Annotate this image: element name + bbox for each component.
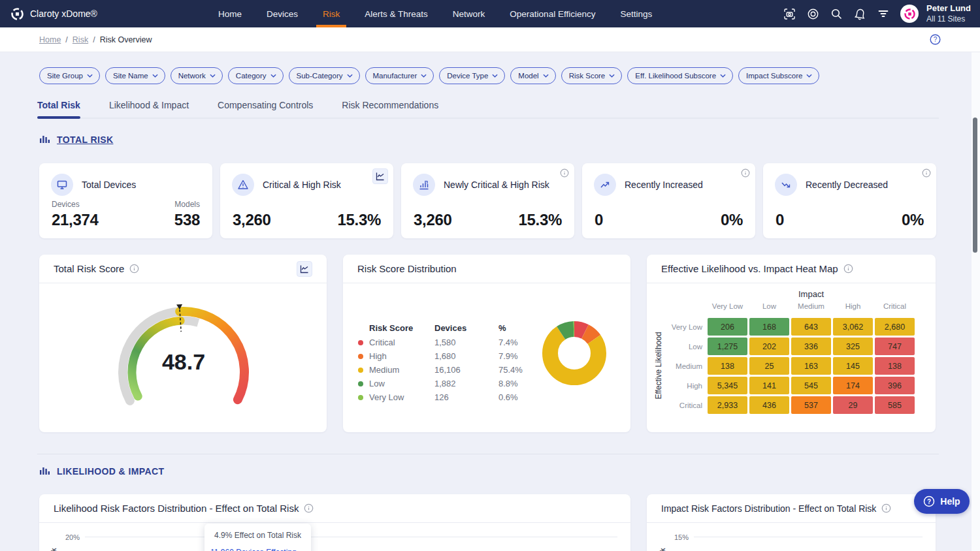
heatmap-cell[interactable]: 545 [791,377,831,394]
nav-settings[interactable]: Settings [620,0,652,27]
filter-icon[interactable] [877,7,890,20]
panel-heatmap: Effective Likelihood vs. Impact Heat Map… [647,255,936,432]
tab-total-risk[interactable]: Total Risk [37,97,80,118]
card-total-devices: Total Devices Devices21,374 Models538 [39,163,212,238]
avatar[interactable] [900,5,919,23]
trend-up-icon [594,174,616,196]
trend-chart-toggle-button[interactable] [297,261,312,277]
card-recently-increased: Recently Increased 0 0% [582,163,755,238]
legend-dot-high [358,354,363,359]
scrollbar-thumb[interactable] [973,118,977,253]
filter-sub-category[interactable]: Sub-Category [289,67,360,84]
heatmap-cell[interactable]: 585 [875,396,915,414]
breadcrumb-risk[interactable]: Risk [73,35,88,44]
heatmap-cell[interactable]: 25 [749,357,789,375]
heatmap-cell[interactable]: 202 [749,338,789,355]
filter-site-name[interactable]: Site Name [105,67,165,84]
filter-category[interactable]: Category [228,67,284,84]
svg-text:?: ? [934,36,938,43]
devices-label: Devices [52,200,99,209]
info-icon[interactable] [922,168,931,178]
legend-dot-low [358,381,363,386]
info-icon[interactable] [129,264,139,274]
section-divider [37,454,939,454]
heatmap-cell[interactable]: 141 [749,377,789,394]
tooltip-devices-link[interactable]: 11,960 Devices Effecting Risk [210,548,306,551]
heatmap-col-header: Low [749,302,789,310]
col-devices: Devices [434,323,466,333]
filter-network[interactable]: Network [171,67,223,84]
heatmap-cell[interactable]: 168 [749,318,789,336]
heatmap-cell[interactable]: 5,345 [708,377,747,394]
total-risk-score-gauge: 48.7 [39,283,327,432]
info-icon[interactable] [741,168,750,178]
filter-device-type[interactable]: Device Type [439,67,505,84]
support-icon[interactable] [806,7,819,20]
panel-title: Impact Risk Factors Distribution - Effec… [661,503,876,514]
heatmap-cell[interactable]: 325 [833,338,873,355]
breadcrumb-bar: Home / Risk / Risk Overview ? [0,27,980,52]
heatmap-cell[interactable]: 206 [708,318,747,336]
chevron-down-icon [492,74,498,78]
info-icon[interactable] [560,168,569,178]
tab-risk-recommendations[interactable]: Risk Recommendations [342,97,438,118]
info-icon[interactable] [881,503,891,513]
recently-increased-percent: 0% [721,211,743,229]
heatmap-cell[interactable]: 138 [875,357,915,375]
heatmap-y-axis-title: Effective Likelihood [654,317,663,415]
filter-model[interactable]: Model [510,67,555,84]
nav-devices[interactable]: Devices [267,0,298,27]
heatmap-cell[interactable]: 145 [833,357,873,375]
info-icon[interactable] [843,264,853,274]
bar-chart-icon [39,134,51,146]
heatmap-cell[interactable]: 396 [875,377,915,394]
heatmap-cell[interactable]: 643 [791,318,831,336]
nav-home[interactable]: Home [218,0,242,27]
row-high-label: High [369,351,387,361]
nav-alerts-threats[interactable]: Alerts & Threats [365,0,428,27]
filter-manufacturer[interactable]: Manufacturer [365,67,434,84]
filter-site-group[interactable]: Site Group [39,67,100,84]
page-help-icon[interactable]: ? [930,34,941,45]
brand[interactable]: Claroty xDome® [10,0,97,27]
notifications-icon[interactable] [853,7,866,20]
heatmap-cell[interactable]: 336 [791,338,831,355]
heatmap-cell[interactable]: 1,275 [708,338,747,355]
breadcrumb-home[interactable]: Home [39,35,61,44]
user-info[interactable]: Peter Lund All 11 Sites [926,3,971,24]
heatmap-cell[interactable]: 138 [708,357,747,375]
row-very-low-devices: 126 [434,392,449,402]
claroty-logo-icon [10,7,24,21]
nav-network[interactable]: Network [453,0,485,27]
breadcrumb: Home / Risk / Risk Overview [39,27,152,52]
nav-operational-efficiency[interactable]: Operational Efficiency [510,0,595,27]
heatmap-cell[interactable]: 747 [875,338,915,355]
heatmap-body: Impact Very LowLowMediumHighCritical Ver… [647,283,936,432]
heatmap-cell[interactable]: 29 [833,396,873,414]
help-button[interactable]: ? Help [914,489,970,514]
heatmap-cell[interactable]: 3,062 [833,318,873,336]
nav-risk[interactable]: Risk [323,0,340,27]
info-icon[interactable] [304,503,314,513]
filter-risk-score[interactable]: Risk Score [561,67,623,84]
heatmap-cell[interactable]: 174 [833,377,873,394]
screenshot-icon[interactable] [783,7,796,20]
section-total-risk[interactable]: TOTAL RISK [39,134,113,146]
trend-down-icon [775,174,797,196]
chevron-down-icon [210,74,216,78]
heatmap-cell[interactable]: 2,680 [875,318,915,336]
heatmap-col-header: Very Low [708,302,747,310]
heatmap-cell[interactable]: 436 [749,396,789,414]
heatmap-cell[interactable]: 2,933 [708,396,747,414]
tab-compensating-controls[interactable]: Compensating Controls [218,97,313,118]
filter-eff-likelihood-subscore[interactable]: Eff. Likelihood Subscore [627,67,733,84]
trend-chart-toggle-button[interactable] [372,168,388,184]
heatmap-cell[interactable]: 537 [791,396,831,414]
filter-impact-subscore[interactable]: Impact Subscore [738,67,819,84]
row-very-low-label: Very Low [369,392,404,402]
search-icon[interactable] [830,7,843,20]
heatmap-cell[interactable]: 163 [791,357,831,375]
panel-risk-score-distribution: Risk Score Distribution Risk Score Devic… [343,255,630,432]
tab-likelihood-impact[interactable]: Likelihood & Impact [109,97,189,118]
row-very-low-percent: 0.6% [498,392,518,402]
